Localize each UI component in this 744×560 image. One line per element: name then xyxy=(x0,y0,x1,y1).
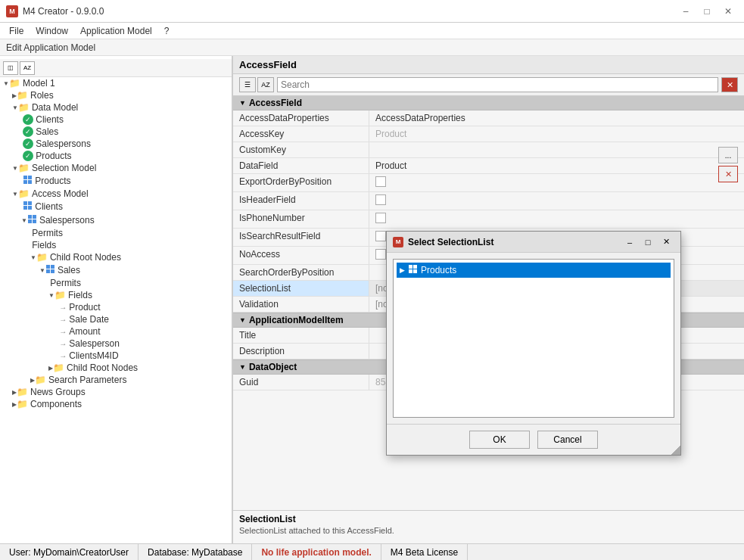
modal-footer: OK Cancel xyxy=(387,424,680,455)
grid-icon-modal-products xyxy=(408,264,418,276)
modal-title-left: M Select SelectionList xyxy=(393,237,493,247)
modal-ok-btn[interactable]: OK xyxy=(469,431,530,449)
modal-logo: M xyxy=(393,237,403,247)
modal-minimize-btn[interactable]: – xyxy=(621,235,638,249)
modal-overlay: M Select SelectionList – □ ✕ ▶ Products xyxy=(0,0,744,560)
modal-controls: – □ ✕ xyxy=(621,235,674,249)
modal-tree-label-products: Products xyxy=(421,265,456,275)
modal-maximize-btn[interactable]: □ xyxy=(640,235,656,249)
svg-rect-18 xyxy=(409,269,412,273)
modal-close-btn[interactable]: ✕ xyxy=(658,235,674,249)
modal-title: Select SelectionList xyxy=(408,237,493,247)
modal-resize-handle[interactable] xyxy=(671,446,680,455)
modal-tree-node-products[interactable]: ▶ Products xyxy=(397,263,671,278)
modal-title-bar: M Select SelectionList – □ ✕ xyxy=(387,232,680,253)
svg-rect-16 xyxy=(409,265,412,269)
modal-tree-area: ▶ Products xyxy=(393,259,674,418)
select-selectionlist-modal: M Select SelectionList – □ ✕ ▶ Products xyxy=(386,231,681,456)
expand-modal-products: ▶ xyxy=(400,266,405,274)
svg-rect-19 xyxy=(413,269,417,273)
modal-cancel-btn[interactable]: Cancel xyxy=(537,431,598,449)
svg-rect-17 xyxy=(413,265,417,269)
modal-content: ▶ Products xyxy=(387,253,680,424)
